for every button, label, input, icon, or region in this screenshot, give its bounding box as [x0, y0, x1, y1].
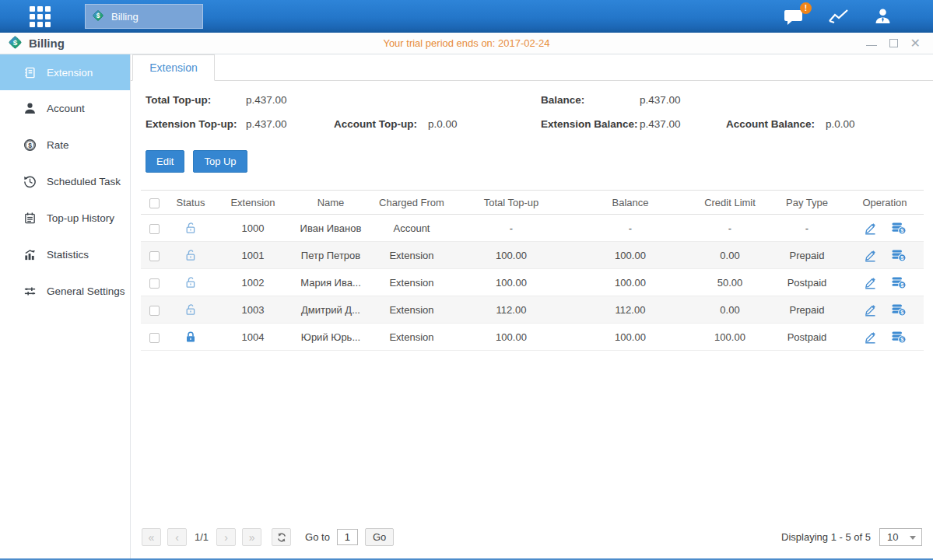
row-checkbox[interactable] [149, 333, 160, 343]
messages-icon[interactable]: ! [784, 8, 805, 26]
cell-extension: 1004 [214, 324, 292, 351]
lock-open-icon [184, 222, 197, 235]
cell-credit-limit: 0.00 [692, 296, 768, 324]
topup-icon[interactable]: $ [891, 275, 907, 289]
edit-button[interactable]: Edit [146, 150, 184, 173]
column-header-charged-from: Charged From [370, 191, 454, 215]
topup-icon[interactable]: $ [891, 303, 907, 317]
window-title: $ Billing [8, 35, 65, 52]
extension-topup-label: Extension Top-up: [146, 118, 246, 130]
cell-extension: 1000 [214, 215, 292, 242]
svg-text:$: $ [28, 142, 32, 149]
sliders-icon [23, 285, 37, 298]
balance-label: Balance: [541, 94, 640, 106]
cell-name: Юрий Юрь... [292, 324, 370, 351]
app-launcher-grid-icon[interactable] [30, 6, 51, 27]
resource-monitor-icon[interactable] [828, 8, 850, 25]
sidebar-item-label: General Settings [47, 285, 125, 297]
topup-icon[interactable]: $ [891, 221, 907, 235]
taskbar-right-icons: ! [784, 7, 893, 26]
sidebar-item-rate[interactable]: $Rate [0, 127, 130, 163]
cell-extension: 1003 [214, 296, 292, 324]
cell-balance: 100.00 [569, 324, 692, 351]
cell-charged-from: Extension [370, 296, 454, 324]
prev-page-button[interactable]: ‹ [167, 528, 187, 546]
minimize-button[interactable] [866, 40, 877, 46]
topup-button[interactable]: Top Up [193, 150, 247, 173]
cell-credit-limit: 0.00 [692, 242, 768, 269]
column-header-status: Status [167, 191, 214, 215]
cell-total-topup: 100.00 [454, 324, 569, 351]
sidebar-item-scheduled-task[interactable]: Scheduled Task [0, 163, 130, 200]
sidebar: ExtensionAccount$RateScheduled TaskTop-u… [0, 54, 131, 558]
taskbar-tab-label: Billing [111, 11, 139, 23]
sidebar-item-general-settings[interactable]: General Settings [0, 273, 130, 310]
cell-total-topup: 100.00 [454, 269, 569, 296]
table-row: 1004Юрий Юрь...Extension100.00100.00100.… [141, 324, 924, 351]
cell-pay-type: Postpaid [768, 269, 846, 296]
sidebar-item-label: Rate [47, 139, 69, 151]
taskbar-tab-billing[interactable]: $ Billing [85, 4, 203, 29]
first-page-button[interactable]: « [142, 528, 161, 546]
cell-total-topup: 112.00 [454, 296, 569, 324]
table-row: 1001Петр ПетровExtension100.00100.000.00… [141, 242, 924, 269]
goto-page-input[interactable] [337, 529, 358, 545]
displaying-text: Displaying 1 - 5 of 5 [781, 531, 871, 543]
topup-icon[interactable]: $ [891, 248, 907, 262]
sidebar-item-account[interactable]: Account [0, 90, 130, 127]
account-topup-label: Account Top-up: [334, 118, 428, 130]
sidebar-item-statistics[interactable]: Statistics [0, 236, 130, 273]
extension-balance-label: Extension Balance: [541, 118, 640, 130]
sidebar-item-top-up-history[interactable]: Top-up History [0, 200, 130, 236]
row-checkbox[interactable] [149, 251, 160, 261]
edit-icon[interactable] [863, 303, 877, 317]
clock-history-icon [23, 175, 37, 188]
cell-credit-limit: 50.00 [692, 269, 768, 296]
topup-icon[interactable]: $ [891, 330, 907, 344]
select-all-checkbox[interactable] [149, 198, 160, 208]
refresh-icon[interactable] [272, 528, 291, 546]
cell-extension: 1002 [214, 269, 292, 296]
pagination-bar: « ‹ 1/1 › » Go to Go [141, 526, 923, 558]
page-size-select[interactable]: 10 [879, 528, 922, 546]
cell-name: Петр Петров [292, 242, 370, 269]
edit-icon[interactable] [863, 276, 877, 289]
table-row: 1000Иван ИвановAccount----$ [141, 215, 924, 242]
person-icon [23, 102, 37, 115]
close-button[interactable]: ✕ [910, 39, 921, 47]
column-header-name: Name [292, 191, 370, 215]
page-indicator: 1/1 [195, 531, 209, 543]
extension-topup-value: p.437.00 [246, 118, 334, 130]
go-button[interactable]: Go [365, 528, 394, 546]
user-account-icon[interactable] [873, 7, 893, 26]
taskbar: $ Billing ! [0, 0, 933, 33]
page-size-value: 10 [887, 531, 898, 543]
next-page-button[interactable]: › [216, 528, 236, 546]
maximize-button[interactable] [889, 39, 898, 47]
column-header-pay-type: Pay Type [768, 191, 846, 215]
table-header-row: StatusExtensionNameCharged FromTotal Top… [141, 191, 924, 215]
dollar-circle-icon: $ [23, 138, 37, 152]
row-checkbox[interactable] [149, 306, 160, 316]
extension-table: StatusExtensionNameCharged FromTotal Top… [141, 190, 924, 351]
lock-closed-icon [184, 331, 197, 344]
column-header-credit-limit: Credit Limit [692, 191, 768, 215]
sidebar-item-extension[interactable]: Extension [0, 54, 130, 90]
edit-icon[interactable] [863, 331, 877, 344]
tab-extension[interactable]: Extension [132, 54, 215, 81]
svg-text:$: $ [96, 11, 100, 19]
edit-icon[interactable] [863, 249, 877, 262]
last-page-button[interactable]: » [242, 528, 261, 546]
row-checkbox[interactable] [149, 278, 160, 289]
cell-name: Дмитрий Д... [292, 296, 370, 324]
extension-table-body: 1000Иван ИвановAccount----$1001Петр Петр… [141, 215, 924, 351]
edit-icon[interactable] [863, 222, 877, 235]
extension-balance-value: p.437.00 [640, 118, 726, 130]
cell-charged-from: Extension [370, 242, 454, 269]
svg-text:$: $ [13, 37, 18, 46]
column-header-operation: Operation [846, 191, 924, 215]
cell-balance: 100.00 [569, 269, 692, 296]
cell-name: Иван Иванов [292, 215, 370, 242]
sidebar-item-label: Account [47, 103, 85, 114]
row-checkbox[interactable] [149, 224, 160, 234]
